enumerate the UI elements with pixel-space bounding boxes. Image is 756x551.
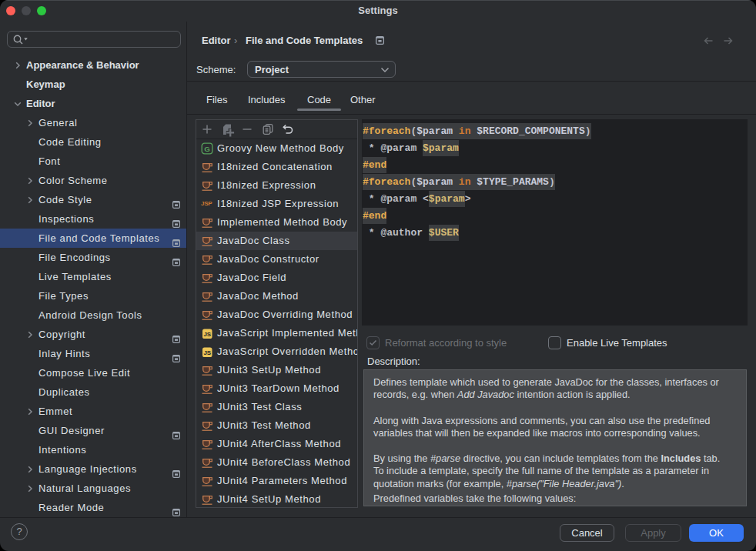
svg-text:JS: JS	[203, 349, 211, 356]
svg-text:JS: JS	[203, 331, 211, 338]
svg-text:G: G	[204, 145, 210, 153]
